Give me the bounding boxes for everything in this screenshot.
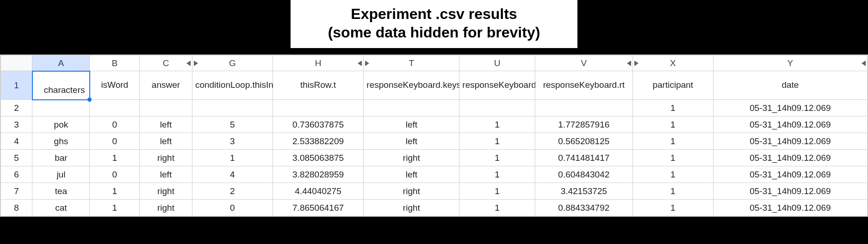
expand-columns-left-icon[interactable] xyxy=(627,61,631,66)
cell-H4[interactable]: 2.533882209 xyxy=(273,133,364,150)
column-header-A[interactable]: A xyxy=(32,55,90,71)
cell-B5[interactable]: 1 xyxy=(90,150,140,166)
cell-T5[interactable]: right xyxy=(364,150,459,166)
cell-X5[interactable]: 1 xyxy=(632,150,713,166)
cell-B4[interactable]: 0 xyxy=(90,133,140,150)
cell-G7[interactable]: 2 xyxy=(192,183,273,200)
cell-V2[interactable] xyxy=(535,100,632,116)
cell-Y6[interactable]: 05-31_14h09.12.069 xyxy=(713,166,867,183)
column-header-X[interactable]: X xyxy=(632,55,713,71)
cell-H7[interactable]: 4.44040275 xyxy=(273,183,364,200)
cell-C7[interactable]: right xyxy=(140,183,192,200)
cell-T2[interactable] xyxy=(364,100,459,116)
cell-G2[interactable] xyxy=(192,100,273,116)
cell-X7[interactable]: 1 xyxy=(632,183,713,200)
column-header-B[interactable]: B xyxy=(90,55,140,71)
cell-A1[interactable]: characters xyxy=(32,71,90,100)
cell-U6[interactable]: 1 xyxy=(459,166,535,183)
cell-B6[interactable]: 0 xyxy=(90,166,140,183)
cell-V5[interactable]: 0.741481417 xyxy=(535,150,632,166)
column-header-C[interactable]: C xyxy=(140,55,192,71)
cell-U8[interactable]: 1 xyxy=(459,200,535,216)
cell-U1[interactable]: responseKeyboard.corr xyxy=(459,71,535,100)
expand-columns-right-icon[interactable] xyxy=(194,61,198,66)
cell-Y8[interactable]: 05-31_14h09.12.069 xyxy=(713,200,867,216)
cell-H2[interactable] xyxy=(273,100,364,116)
row-header-8[interactable]: 8 xyxy=(1,200,32,216)
cell-H1[interactable]: thisRow.t xyxy=(273,71,364,100)
cell-B2[interactable] xyxy=(90,100,140,116)
cell-A7[interactable]: tea xyxy=(32,183,90,200)
cell-B7[interactable]: 1 xyxy=(90,183,140,200)
cell-G3[interactable]: 5 xyxy=(192,116,273,133)
cell-V6[interactable]: 0.604843042 xyxy=(535,166,632,183)
expand-columns-left-icon[interactable] xyxy=(358,61,362,66)
cell-V3[interactable]: 1.772857916 xyxy=(535,116,632,133)
cell-Y5[interactable]: 05-31_14h09.12.069 xyxy=(713,150,867,166)
cell-H5[interactable]: 3.085063875 xyxy=(273,150,364,166)
cell-A6[interactable]: jul xyxy=(32,166,90,183)
cell-C8[interactable]: right xyxy=(140,200,192,216)
row-header-7[interactable]: 7 xyxy=(1,183,32,200)
cell-V1[interactable]: responseKeyboard.rt xyxy=(535,71,632,100)
column-header-T[interactable]: T xyxy=(364,55,459,71)
cell-G8[interactable]: 0 xyxy=(192,200,273,216)
cell-C4[interactable]: left xyxy=(140,133,192,150)
cell-C2[interactable] xyxy=(140,100,192,116)
cell-X1[interactable]: participant xyxy=(632,71,713,100)
row-header-3[interactable]: 3 xyxy=(1,116,32,133)
cell-X6[interactable]: 1 xyxy=(632,166,713,183)
cell-U7[interactable]: 1 xyxy=(459,183,535,200)
cell-Y1[interactable]: date xyxy=(713,71,867,100)
column-header-H[interactable]: H xyxy=(273,55,364,71)
cell-C5[interactable]: right xyxy=(140,150,192,166)
cell-H6[interactable]: 3.828028959 xyxy=(273,166,364,183)
cell-X2[interactable]: 1 xyxy=(632,100,713,116)
cell-B8[interactable]: 1 xyxy=(90,200,140,216)
expand-columns-right-icon[interactable] xyxy=(634,61,639,66)
cell-T3[interactable]: left xyxy=(364,116,459,133)
cell-X4[interactable]: 1 xyxy=(632,133,713,150)
column-header-U[interactable]: U xyxy=(459,55,535,71)
cell-V7[interactable]: 3.42153725 xyxy=(535,183,632,200)
cell-Y2[interactable]: 05-31_14h09.12.069 xyxy=(713,100,867,116)
cell-U5[interactable]: 1 xyxy=(459,150,535,166)
cell-U3[interactable]: 1 xyxy=(459,116,535,133)
cell-A8[interactable]: cat xyxy=(32,200,90,216)
column-header-G[interactable]: G xyxy=(192,55,273,71)
row-header-5[interactable]: 5 xyxy=(1,150,32,166)
cell-Y4[interactable]: 05-31_14h09.12.069 xyxy=(713,133,867,150)
expand-columns-left-icon[interactable] xyxy=(186,61,191,66)
cell-G1[interactable]: conditionLoop.thisIndex xyxy=(192,71,273,100)
cell-B3[interactable]: 0 xyxy=(90,116,140,133)
select-all-corner[interactable] xyxy=(1,55,32,71)
cell-T8[interactable]: right xyxy=(364,200,459,216)
cell-U2[interactable] xyxy=(459,100,535,116)
cell-A4[interactable]: ghs xyxy=(32,133,90,150)
cell-Y3[interactable]: 05-31_14h09.12.069 xyxy=(713,116,867,133)
row-header-4[interactable]: 4 xyxy=(1,133,32,150)
cell-Y7[interactable]: 05-31_14h09.12.069 xyxy=(713,183,867,200)
row-header-6[interactable]: 6 xyxy=(1,166,32,183)
cell-V4[interactable]: 0.565208125 xyxy=(535,133,632,150)
cell-U4[interactable]: 1 xyxy=(459,133,535,150)
cell-T1[interactable]: responseKeyboard.keys xyxy=(364,71,459,100)
cell-A5[interactable]: bar xyxy=(32,150,90,166)
column-header-Y[interactable]: Y xyxy=(713,55,867,71)
expand-columns-left-icon[interactable] xyxy=(862,61,866,66)
cell-H8[interactable]: 7.865064167 xyxy=(273,200,364,216)
expand-columns-right-icon[interactable] xyxy=(365,61,369,66)
cell-V8[interactable]: 0.884334792 xyxy=(535,200,632,216)
cell-A3[interactable]: pok xyxy=(32,116,90,133)
cell-A2[interactable] xyxy=(32,100,90,116)
cell-G5[interactable]: 1 xyxy=(192,150,273,166)
cell-C3[interactable]: left xyxy=(140,116,192,133)
row-header-2[interactable]: 2 xyxy=(1,100,32,116)
cell-C6[interactable]: left xyxy=(140,166,192,183)
cell-T4[interactable]: left xyxy=(364,133,459,150)
cell-G6[interactable]: 4 xyxy=(192,166,273,183)
column-header-V[interactable]: V xyxy=(535,55,632,71)
row-header-1[interactable]: 1 xyxy=(1,71,32,100)
cell-T6[interactable]: left xyxy=(364,166,459,183)
cell-T7[interactable]: right xyxy=(364,183,459,200)
